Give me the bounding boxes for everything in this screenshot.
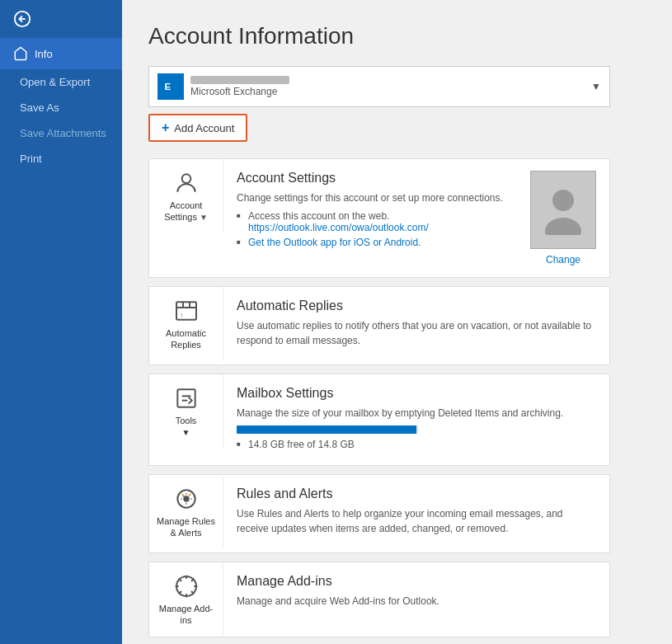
profile-avatar [530,171,596,249]
manage-addins-card: Manage Add-ins Manage Add-ins Manage and… [148,562,610,637]
manage-addins-title: Manage Add-ins [237,574,596,589]
account-type: Microsoft Exchange [190,86,591,97]
mailbox-settings-icon-label: Tools▼ [176,415,197,439]
account-settings-bullets: Access this account on the web.https://o… [237,210,504,248]
exchange-icon: E [157,73,184,100]
svg-rect-6 [176,302,196,319]
sidebar-item-print[interactable]: Print [0,146,122,172]
sidebar-label-info: Info [35,48,53,60]
rules-alerts-title: Rules and Alerts [237,487,596,501]
mailbox-settings-content: Mailbox Settings Manage the size of your… [223,374,609,465]
svg-text:E: E [165,81,172,92]
mobile-app-link[interactable]: Get the Outlook app for iOS or Android. [248,237,421,248]
automatic-replies-card: ! AutomaticReplies Automatic Replies Use… [148,286,610,365]
bullet-mobile-app: Get the Outlook app for iOS or Android. [237,237,504,248]
page-title: Account Information [148,23,646,49]
mailbox-settings-card: Tools▼ Mailbox Settings Manage the size … [148,374,610,466]
account-settings-desc: Change settings for this account or set … [237,190,504,205]
main-content: Account Information E Microsoft Exchange… [122,0,672,644]
svg-line-24 [178,591,181,594]
profile-area: Change [517,159,609,277]
sidebar-item-save-as[interactable]: Save As [0,95,122,120]
svg-point-5 [545,218,581,235]
account-settings-button[interactable]: AccountSettings ▼ [149,159,223,233]
rules-alerts-button[interactable]: Manage Rules& Alerts [149,475,223,549]
svg-text:!: ! [181,313,182,318]
storage-progress-bar [237,425,418,434]
account-settings-title: Account Settings [237,171,504,186]
svg-rect-11 [177,389,195,407]
account-name-blur [190,76,289,84]
account-name-area: Microsoft Exchange [190,76,591,97]
sidebar: Info Open & Export Save As Save Attachme… [0,0,122,644]
svg-line-23 [191,578,194,581]
manage-addins-content: Manage Add-ins Manage and acquire Web Ad… [223,562,609,625]
rules-alerts-desc: Use Rules and Alerts to help organize yo… [237,506,596,536]
plus-icon: + [162,120,169,135]
account-settings-icon-label: AccountSettings ▼ [164,200,208,223]
mailbox-settings-button[interactable]: Tools▼ [149,374,223,449]
storage-progress-fill [237,425,416,434]
dropdown-arrow-icon: ▼ [591,81,601,92]
automatic-replies-title: Automatic Replies [237,298,596,313]
mailbox-settings-title: Mailbox Settings [237,386,596,401]
sidebar-item-open-export[interactable]: Open & Export [0,69,122,95]
svg-point-3 [181,174,190,183]
svg-point-15 [184,496,188,501]
svg-line-21 [178,578,181,581]
rules-alerts-content: Rules and Alerts Use Rules and Alerts to… [223,475,609,552]
manage-addins-button[interactable]: Manage Add-ins [149,562,223,637]
automatic-replies-content: Automatic Replies Use automatic replies … [223,287,609,364]
add-account-label: Add Account [174,122,234,134]
mailbox-settings-desc: Manage the size of your mailbox by empty… [237,406,596,421]
account-selector[interactable]: E Microsoft Exchange ▼ [148,66,610,107]
sidebar-item-info[interactable]: Info [0,38,122,69]
automatic-replies-button[interactable]: ! AutomaticReplies [149,287,223,361]
svg-point-4 [552,190,574,211]
automatic-replies-icon-label: AutomaticReplies [166,327,206,351]
back-button[interactable] [0,0,122,38]
change-photo-link[interactable]: Change [546,254,580,266]
rules-alerts-icon-label: Manage Rules& Alerts [157,515,215,539]
manage-addins-icon-label: Manage Add-ins [159,603,213,627]
owa-link[interactable]: https://outlook.live.com/owa/outlook.com… [248,222,429,233]
account-settings-content: Account Settings Change settings for thi… [223,159,517,263]
bullet-web-access: Access this account on the web.https://o… [237,210,504,233]
account-settings-card: AccountSettings ▼ Account Settings Chang… [148,158,610,278]
storage-info-list: 14.8 GB free of 14.8 GB [237,439,596,450]
svg-line-22 [191,591,194,594]
automatic-replies-desc: Use automatic replies to notify others t… [237,318,596,348]
manage-addins-desc: Manage and acquire Web Add-ins for Outlo… [237,594,596,609]
sidebar-item-save-attachments[interactable]: Save Attachments [0,120,122,146]
add-account-button[interactable]: + Add Account [148,114,247,142]
storage-info: 14.8 GB free of 14.8 GB [237,439,596,450]
rules-alerts-card: Manage Rules& Alerts Rules and Alerts Us… [148,474,610,553]
